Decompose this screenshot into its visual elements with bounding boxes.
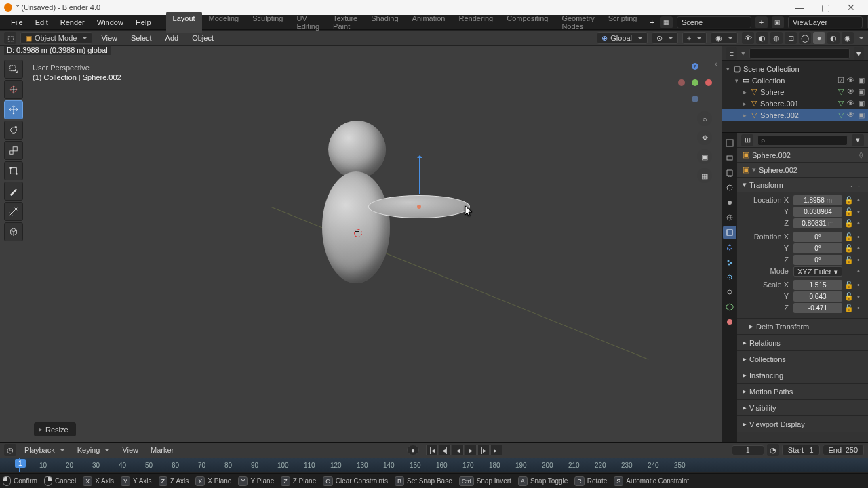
outliner-tree[interactable]: ▾ ▢ Scene Collection ▾ ▭ Collection ☑👁▣ …: [722, 61, 868, 132]
navigation-gizmo[interactable]: Z: [677, 63, 715, 104]
current-frame-field[interactable]: 1: [732, 445, 764, 455]
timeline-marker-menu[interactable]: Marker: [146, 445, 178, 455]
keyframe-prev-button[interactable]: ◂|: [439, 445, 451, 455]
close-button[interactable]: ✕: [838, 2, 864, 13]
workspace-tab-layout[interactable]: Layout: [166, 12, 202, 33]
panel-relations[interactable]: ▸Relations: [737, 335, 868, 351]
workspace-tab-compositing[interactable]: Compositing: [500, 12, 555, 33]
tree-item-sphere-001[interactable]: ▸▽Sphere.001▽👁▣: [722, 98, 868, 109]
3d-viewport[interactable]: User Perspective (1) Collection | Sphere…: [0, 46, 722, 442]
panel-collections[interactable]: ▸Collections: [737, 351, 868, 367]
tool-annotate[interactable]: [4, 182, 23, 201]
tool-measure[interactable]: [4, 202, 23, 221]
workspace-tab-scripting[interactable]: Scripting: [601, 12, 644, 33]
minimize-button[interactable]: —: [787, 2, 812, 13]
tree-item-sphere-002[interactable]: ▸▽Sphere.002▽👁▣: [722, 109, 868, 121]
ptab-particles[interactable]: [723, 256, 736, 269]
object-sphere-002[interactable]: [368, 195, 470, 218]
start-frame-field[interactable]: Start 1: [782, 445, 820, 455]
menu-edit[interactable]: Edit: [30, 16, 54, 28]
ptab-tool[interactable]: [723, 136, 736, 150]
panel-visibility[interactable]: ▸Visibility: [737, 400, 868, 416]
axis-z[interactable]: Z: [692, 63, 698, 70]
proportional-edit[interactable]: ◉: [711, 32, 738, 44]
camera-view-icon[interactable]: ▣: [697, 149, 712, 164]
outliner-filter-button[interactable]: ▼: [854, 47, 865, 60]
overlay-button[interactable]: ◍: [770, 32, 783, 44]
props-search[interactable]: [757, 135, 848, 146]
shading-material-button[interactable]: ◐: [827, 32, 840, 44]
object-sphere-head[interactable]: [328, 121, 386, 178]
add-workspace-button[interactable]: +: [645, 16, 658, 28]
ptab-physics[interactable]: [723, 270, 736, 284]
workspace-tab-geometry-nodes[interactable]: Geometry Nodes: [555, 12, 601, 33]
rotation-z-field[interactable]: 0°: [793, 255, 842, 265]
gizmo-z-arrow[interactable]: [419, 157, 420, 194]
tool-rotate[interactable]: [4, 121, 23, 140]
ptab-modifiers[interactable]: [723, 241, 736, 254]
rotation-mode-dropdown[interactable]: XYZ Euler▾: [793, 266, 842, 277]
scene-new-button[interactable]: +: [755, 16, 768, 28]
viewlayer-browse-button[interactable]: ▣: [772, 16, 784, 28]
xray-button[interactable]: ⊡: [785, 32, 797, 44]
header-view[interactable]: View: [96, 32, 122, 44]
scene-browse-button[interactable]: ▦: [660, 16, 673, 28]
jump-end-button[interactable]: ▸|: [490, 445, 502, 455]
ptab-output[interactable]: [723, 166, 736, 180]
shading-options-dropdown[interactable]: [856, 34, 864, 42]
props-breadcrumb-2[interactable]: ▣▾ Sphere.002: [737, 163, 868, 178]
header-add[interactable]: Add: [161, 32, 184, 44]
sidebar-toggle[interactable]: ‹: [715, 60, 722, 80]
timeline-ruler[interactable]: 1 10203040506070809010011012013014015016…: [0, 458, 868, 472]
pin-icon[interactable]: ⟠: [859, 150, 863, 159]
scene-name-field[interactable]: Scene: [677, 16, 751, 28]
keyframe-next-button[interactable]: |▸: [477, 445, 490, 455]
keying-menu[interactable]: Keying: [73, 445, 115, 455]
menu-file[interactable]: File: [5, 16, 28, 28]
menu-render[interactable]: Render: [55, 16, 90, 28]
props-options-button[interactable]: ▾: [852, 134, 864, 146]
axis-y[interactable]: [692, 79, 698, 86]
location-z-field[interactable]: 0.80831 m: [793, 218, 842, 228]
timeline-view-menu[interactable]: View: [118, 445, 142, 455]
workspace-tab-modeling[interactable]: Modeling: [202, 12, 246, 33]
mode-selector[interactable]: ▣ Object Mode: [20, 32, 92, 44]
last-operator-panel[interactable]: ▸ Resize: [34, 422, 76, 436]
scale-z-field[interactable]: -0.471: [793, 303, 842, 313]
tool-transform[interactable]: [4, 161, 23, 180]
workspace-tab-shading[interactable]: Shading: [364, 12, 405, 33]
pan-icon[interactable]: ✥: [697, 130, 712, 145]
ptab-viewlayer[interactable]: [723, 181, 736, 195]
play-reverse-button[interactable]: ◂: [452, 445, 464, 455]
snap-toggle[interactable]: ⌖: [682, 32, 707, 44]
menu-help[interactable]: Help: [130, 16, 157, 28]
props-type-button[interactable]: ⊞: [741, 134, 753, 146]
header-object[interactable]: Object: [187, 32, 218, 44]
ptab-data[interactable]: [723, 300, 736, 314]
autokey-button[interactable]: ●: [407, 445, 419, 455]
zoom-icon[interactable]: ⌕: [697, 111, 712, 126]
tool-scale[interactable]: [4, 141, 23, 160]
scale-x-field[interactable]: 1.515: [793, 280, 842, 290]
workspace-tab-uv-editing[interactable]: UV Editing: [290, 12, 326, 33]
tool-cursor[interactable]: [4, 80, 23, 99]
ptab-constraints[interactable]: [723, 285, 736, 299]
rotation-y-field[interactable]: 0°: [793, 243, 842, 253]
shading-rendered-button[interactable]: ◉: [842, 32, 854, 44]
axis-neg-x[interactable]: [678, 79, 685, 86]
timeline-type-button[interactable]: ◷: [4, 444, 16, 456]
lock-icon[interactable]: 🔓: [844, 196, 852, 205]
rotation-x-field[interactable]: 0°: [793, 232, 842, 242]
ptab-scene[interactable]: [723, 196, 736, 209]
shading-wire-button[interactable]: ◯: [799, 32, 811, 44]
outliner-search[interactable]: [749, 48, 850, 59]
preview-range-button[interactable]: ◔: [767, 444, 779, 456]
playback-menu[interactable]: Playback: [20, 445, 69, 455]
scale-y-field[interactable]: 0.643: [793, 291, 842, 302]
gizmo-button[interactable]: ◐: [756, 32, 768, 44]
props-breadcrumb-1[interactable]: ▣ Sphere.002 ⟠: [737, 148, 868, 163]
shading-solid-button[interactable]: ●: [813, 32, 825, 44]
location-x-field[interactable]: 1.8958 m: [793, 195, 842, 205]
panel-motion-paths[interactable]: ▸Motion Paths: [737, 384, 868, 400]
tree-item-sphere[interactable]: ▸▽Sphere▽👁▣: [722, 86, 868, 98]
